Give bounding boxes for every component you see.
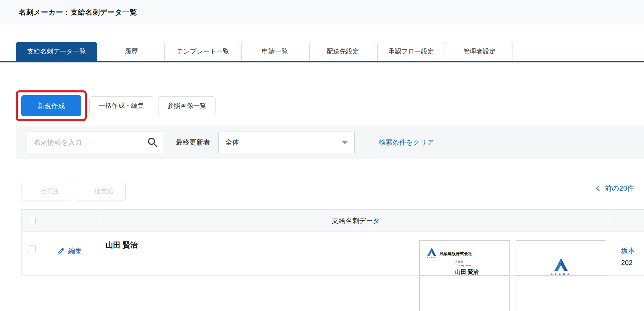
chevron-left-icon[interactable] [595, 184, 602, 192]
supplied-card-table: 支給名刺データ 編集 山田 賢治 [21, 209, 644, 276]
search-box [27, 132, 163, 153]
clear-search-link[interactable]: 検索条件をクリア [379, 138, 434, 147]
tab-delivery-settings[interactable]: 配送先設定 [309, 42, 376, 61]
page-title: 名刺メーカー：支給名刺データ一覧 [19, 8, 137, 17]
updater-column-header [615, 210, 644, 232]
search-input[interactable] [27, 132, 163, 153]
business-card-front-image[interactable] [419, 276, 510, 311]
bulk-order-button[interactable]: 一括発注 [21, 182, 71, 201]
last-updater-selected-value: 全体 [225, 138, 239, 147]
pagination: 前の20件 [595, 183, 644, 193]
company-logo-icon: ASABA [426, 248, 437, 258]
table-header-row: 支給名刺データ [22, 210, 644, 232]
bulk-supply-button[interactable]: 一括支給 [76, 182, 126, 201]
last-updater-link[interactable]: 坂本 [621, 246, 644, 255]
last-updater-label: 最終更新者 [176, 138, 210, 147]
card-company-name: 浅葉建設株式会社 [439, 251, 472, 257]
previous-20-link[interactable]: 前の20件 [605, 183, 634, 193]
tab-supplied-card-list[interactable]: 支給名刺データ一覧 [16, 42, 97, 61]
edit-link-label: 編集 [68, 246, 82, 255]
pencil-icon [57, 247, 65, 255]
table-row [22, 267, 644, 276]
logo-text: ASABA [426, 256, 437, 258]
chevron-down-icon [342, 141, 348, 144]
page-header: 名刺メーカー：支給名刺データ一覧 [0, 0, 644, 25]
last-updated-date: 202 [621, 259, 644, 267]
tab-template-list[interactable]: テンプレート一覧 [166, 42, 240, 61]
row-checkbox[interactable] [28, 246, 36, 253]
tab-admin-settings[interactable]: 管理者設定 [446, 42, 513, 61]
bulk-create-edit-button[interactable]: 一括作成・編集 [89, 96, 153, 115]
tab-history[interactable]: 履歴 [98, 42, 165, 61]
tab-approval-flow-settings[interactable]: 承認フロー設定 [377, 42, 445, 61]
active-tab-underline [0, 61, 644, 62]
create-new-button[interactable]: 新規作成 [21, 95, 81, 116]
tab-bar: 支給名刺データ一覧 履歴 テンプレート一覧 申請一覧 配送先設定 承認フロー設定… [0, 42, 644, 62]
search-filter-panel: 最終更新者 全体 検索条件をクリア [16, 126, 644, 159]
table-row: 編集 山田 賢治 ASABA 浅葉建設株式会社 営業部 [22, 232, 644, 267]
toolbar: 新規作成 一括作成・編集 参照画像一覧 [16, 90, 644, 121]
card-department: 営業部 [455, 260, 503, 264]
reference-images-button[interactable]: 参照画像一覧 [158, 96, 215, 115]
tab-request-list[interactable]: 申請一覧 [241, 42, 308, 61]
business-card-back-image[interactable] [516, 276, 606, 311]
bulk-action-row: 一括発注 一括支給 前の20件 [21, 182, 644, 201]
last-updater-select[interactable]: 全体 [218, 132, 355, 153]
data-column-header: 支給名刺データ [97, 210, 615, 232]
search-icon[interactable] [147, 137, 158, 148]
edit-column-header [42, 210, 97, 232]
select-all-checkbox[interactable] [28, 217, 36, 224]
highlight-annotation-box: 新規作成 [16, 90, 87, 121]
edit-link[interactable]: 編集 [57, 246, 82, 255]
